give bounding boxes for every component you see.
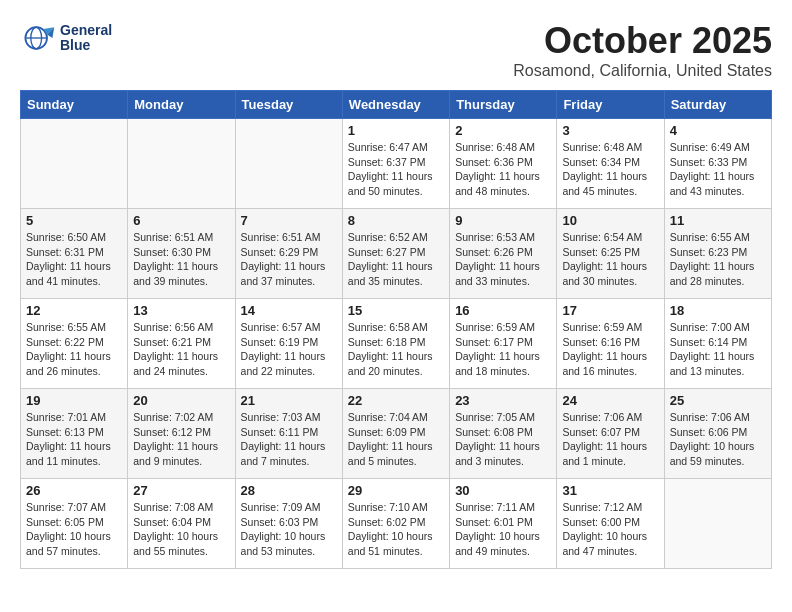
- calendar-cell: 15Sunrise: 6:58 AM Sunset: 6:18 PM Dayli…: [342, 299, 449, 389]
- calendar-week-row: 5Sunrise: 6:50 AM Sunset: 6:31 PM Daylig…: [21, 209, 772, 299]
- day-number: 19: [26, 393, 122, 408]
- calendar-cell: 14Sunrise: 6:57 AM Sunset: 6:19 PM Dayli…: [235, 299, 342, 389]
- day-number: 27: [133, 483, 229, 498]
- calendar-cell: 11Sunrise: 6:55 AM Sunset: 6:23 PM Dayli…: [664, 209, 771, 299]
- day-content: Sunrise: 6:59 AM Sunset: 6:16 PM Dayligh…: [562, 320, 658, 379]
- day-number: 24: [562, 393, 658, 408]
- day-number: 25: [670, 393, 766, 408]
- logo-icon: [20, 20, 56, 56]
- day-content: Sunrise: 6:55 AM Sunset: 6:23 PM Dayligh…: [670, 230, 766, 289]
- day-number: 7: [241, 213, 337, 228]
- calendar-week-row: 12Sunrise: 6:55 AM Sunset: 6:22 PM Dayli…: [21, 299, 772, 389]
- calendar-cell: 23Sunrise: 7:05 AM Sunset: 6:08 PM Dayli…: [450, 389, 557, 479]
- day-content: Sunrise: 6:47 AM Sunset: 6:37 PM Dayligh…: [348, 140, 444, 199]
- day-number: 26: [26, 483, 122, 498]
- weekday-header: Friday: [557, 91, 664, 119]
- day-number: 5: [26, 213, 122, 228]
- calendar-cell: 25Sunrise: 7:06 AM Sunset: 6:06 PM Dayli…: [664, 389, 771, 479]
- calendar-cell: 21Sunrise: 7:03 AM Sunset: 6:11 PM Dayli…: [235, 389, 342, 479]
- calendar-cell: 30Sunrise: 7:11 AM Sunset: 6:01 PM Dayli…: [450, 479, 557, 569]
- calendar-cell: 19Sunrise: 7:01 AM Sunset: 6:13 PM Dayli…: [21, 389, 128, 479]
- day-number: 2: [455, 123, 551, 138]
- day-number: 16: [455, 303, 551, 318]
- day-content: Sunrise: 6:48 AM Sunset: 6:34 PM Dayligh…: [562, 140, 658, 199]
- calendar-cell: 8Sunrise: 6:52 AM Sunset: 6:27 PM Daylig…: [342, 209, 449, 299]
- day-number: 4: [670, 123, 766, 138]
- calendar-table: SundayMondayTuesdayWednesdayThursdayFrid…: [20, 90, 772, 569]
- weekday-header-row: SundayMondayTuesdayWednesdayThursdayFrid…: [21, 91, 772, 119]
- month-title: October 2025: [513, 20, 772, 62]
- logo: General Blue: [20, 20, 112, 56]
- weekday-header: Wednesday: [342, 91, 449, 119]
- calendar-cell: 12Sunrise: 6:55 AM Sunset: 6:22 PM Dayli…: [21, 299, 128, 389]
- weekday-header: Monday: [128, 91, 235, 119]
- day-content: Sunrise: 6:51 AM Sunset: 6:30 PM Dayligh…: [133, 230, 229, 289]
- weekday-header: Thursday: [450, 91, 557, 119]
- day-number: 22: [348, 393, 444, 408]
- day-number: 31: [562, 483, 658, 498]
- logo-text: General Blue: [60, 23, 112, 54]
- day-number: 23: [455, 393, 551, 408]
- calendar-cell: 28Sunrise: 7:09 AM Sunset: 6:03 PM Dayli…: [235, 479, 342, 569]
- day-content: Sunrise: 7:10 AM Sunset: 6:02 PM Dayligh…: [348, 500, 444, 559]
- day-number: 28: [241, 483, 337, 498]
- calendar-cell: 9Sunrise: 6:53 AM Sunset: 6:26 PM Daylig…: [450, 209, 557, 299]
- calendar-cell: 7Sunrise: 6:51 AM Sunset: 6:29 PM Daylig…: [235, 209, 342, 299]
- calendar-cell: 5Sunrise: 6:50 AM Sunset: 6:31 PM Daylig…: [21, 209, 128, 299]
- day-content: Sunrise: 7:06 AM Sunset: 6:06 PM Dayligh…: [670, 410, 766, 469]
- calendar-cell: 1Sunrise: 6:47 AM Sunset: 6:37 PM Daylig…: [342, 119, 449, 209]
- day-content: Sunrise: 7:12 AM Sunset: 6:00 PM Dayligh…: [562, 500, 658, 559]
- day-content: Sunrise: 7:04 AM Sunset: 6:09 PM Dayligh…: [348, 410, 444, 469]
- day-content: Sunrise: 6:53 AM Sunset: 6:26 PM Dayligh…: [455, 230, 551, 289]
- calendar-week-row: 26Sunrise: 7:07 AM Sunset: 6:05 PM Dayli…: [21, 479, 772, 569]
- day-content: Sunrise: 6:59 AM Sunset: 6:17 PM Dayligh…: [455, 320, 551, 379]
- calendar-cell: [664, 479, 771, 569]
- calendar-cell: 18Sunrise: 7:00 AM Sunset: 6:14 PM Dayli…: [664, 299, 771, 389]
- calendar-cell: 17Sunrise: 6:59 AM Sunset: 6:16 PM Dayli…: [557, 299, 664, 389]
- calendar-week-row: 1Sunrise: 6:47 AM Sunset: 6:37 PM Daylig…: [21, 119, 772, 209]
- weekday-header: Sunday: [21, 91, 128, 119]
- calendar-cell: 27Sunrise: 7:08 AM Sunset: 6:04 PM Dayli…: [128, 479, 235, 569]
- calendar-cell: 20Sunrise: 7:02 AM Sunset: 6:12 PM Dayli…: [128, 389, 235, 479]
- day-content: Sunrise: 7:02 AM Sunset: 6:12 PM Dayligh…: [133, 410, 229, 469]
- day-number: 9: [455, 213, 551, 228]
- day-content: Sunrise: 6:52 AM Sunset: 6:27 PM Dayligh…: [348, 230, 444, 289]
- day-content: Sunrise: 6:50 AM Sunset: 6:31 PM Dayligh…: [26, 230, 122, 289]
- day-content: Sunrise: 7:01 AM Sunset: 6:13 PM Dayligh…: [26, 410, 122, 469]
- day-content: Sunrise: 6:51 AM Sunset: 6:29 PM Dayligh…: [241, 230, 337, 289]
- day-number: 15: [348, 303, 444, 318]
- calendar-cell: 4Sunrise: 6:49 AM Sunset: 6:33 PM Daylig…: [664, 119, 771, 209]
- day-content: Sunrise: 7:06 AM Sunset: 6:07 PM Dayligh…: [562, 410, 658, 469]
- day-number: 30: [455, 483, 551, 498]
- calendar-cell: 2Sunrise: 6:48 AM Sunset: 6:36 PM Daylig…: [450, 119, 557, 209]
- day-number: 8: [348, 213, 444, 228]
- day-number: 18: [670, 303, 766, 318]
- calendar-cell: 26Sunrise: 7:07 AM Sunset: 6:05 PM Dayli…: [21, 479, 128, 569]
- day-content: Sunrise: 7:08 AM Sunset: 6:04 PM Dayligh…: [133, 500, 229, 559]
- calendar-cell: 24Sunrise: 7:06 AM Sunset: 6:07 PM Dayli…: [557, 389, 664, 479]
- calendar-cell: 13Sunrise: 6:56 AM Sunset: 6:21 PM Dayli…: [128, 299, 235, 389]
- day-number: 1: [348, 123, 444, 138]
- day-number: 12: [26, 303, 122, 318]
- calendar-cell: 31Sunrise: 7:12 AM Sunset: 6:00 PM Dayli…: [557, 479, 664, 569]
- day-content: Sunrise: 7:00 AM Sunset: 6:14 PM Dayligh…: [670, 320, 766, 379]
- day-number: 13: [133, 303, 229, 318]
- day-content: Sunrise: 7:05 AM Sunset: 6:08 PM Dayligh…: [455, 410, 551, 469]
- day-content: Sunrise: 6:56 AM Sunset: 6:21 PM Dayligh…: [133, 320, 229, 379]
- weekday-header: Tuesday: [235, 91, 342, 119]
- calendar-cell: [128, 119, 235, 209]
- day-number: 20: [133, 393, 229, 408]
- day-content: Sunrise: 6:55 AM Sunset: 6:22 PM Dayligh…: [26, 320, 122, 379]
- page-header: General Blue October 2025 Rosamond, Cali…: [20, 20, 772, 80]
- day-number: 14: [241, 303, 337, 318]
- day-number: 11: [670, 213, 766, 228]
- day-content: Sunrise: 6:48 AM Sunset: 6:36 PM Dayligh…: [455, 140, 551, 199]
- day-number: 17: [562, 303, 658, 318]
- day-content: Sunrise: 6:54 AM Sunset: 6:25 PM Dayligh…: [562, 230, 658, 289]
- weekday-header: Saturday: [664, 91, 771, 119]
- calendar-cell: 6Sunrise: 6:51 AM Sunset: 6:30 PM Daylig…: [128, 209, 235, 299]
- day-number: 10: [562, 213, 658, 228]
- day-number: 3: [562, 123, 658, 138]
- day-content: Sunrise: 7:11 AM Sunset: 6:01 PM Dayligh…: [455, 500, 551, 559]
- calendar-cell: 29Sunrise: 7:10 AM Sunset: 6:02 PM Dayli…: [342, 479, 449, 569]
